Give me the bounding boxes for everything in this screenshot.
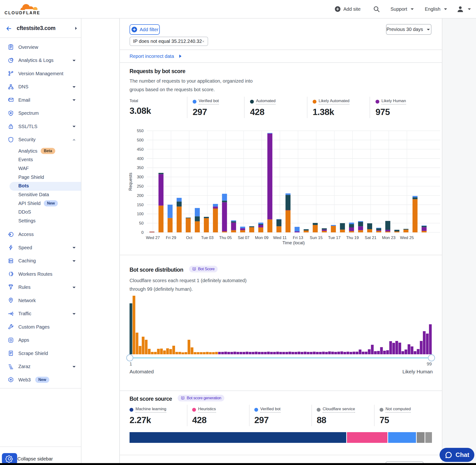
- svg-text:Fri 13: Fri 13: [293, 235, 303, 240]
- svg-text:400: 400: [137, 157, 144, 161]
- svg-text:300: 300: [137, 175, 144, 179]
- svg-text:Sun 15: Sun 15: [310, 235, 323, 240]
- svg-text:Sat 07: Sat 07: [238, 235, 249, 240]
- svg-text:Wed 11: Wed 11: [273, 235, 287, 240]
- svg-text:CLOUDFLARE: CLOUDFLARE: [5, 11, 41, 15]
- svg-text:Mon 23: Mon 23: [382, 235, 395, 240]
- svg-text:Thu 05: Thu 05: [219, 235, 232, 240]
- svg-text:Oct: Oct: [186, 235, 192, 240]
- svg-text:200: 200: [137, 193, 144, 198]
- svg-text:Tue 03: Tue 03: [201, 235, 213, 240]
- svg-text:0: 0: [141, 230, 144, 235]
- svg-text:Sat 21: Sat 21: [365, 235, 376, 240]
- svg-text:Mon 09: Mon 09: [255, 235, 269, 240]
- svg-text:50: 50: [139, 221, 144, 225]
- svg-text:Wed 27: Wed 27: [146, 235, 160, 240]
- svg-text:350: 350: [137, 166, 144, 170]
- svg-text:Time (local): Time (local): [282, 241, 305, 245]
- svg-text:150: 150: [137, 203, 144, 207]
- svg-text:250: 250: [137, 184, 144, 189]
- svg-text:100: 100: [137, 212, 144, 216]
- svg-text:Wed 25: Wed 25: [400, 235, 414, 240]
- svg-text:Tue 17: Tue 17: [328, 235, 340, 240]
- svg-text:500: 500: [137, 138, 144, 142]
- svg-text:Fri 29: Fri 29: [166, 235, 176, 240]
- svg-text:Thu 19: Thu 19: [346, 235, 359, 240]
- svg-text:Requests: Requests: [128, 173, 133, 191]
- svg-text:550: 550: [137, 128, 144, 133]
- svg-text:450: 450: [137, 147, 144, 152]
